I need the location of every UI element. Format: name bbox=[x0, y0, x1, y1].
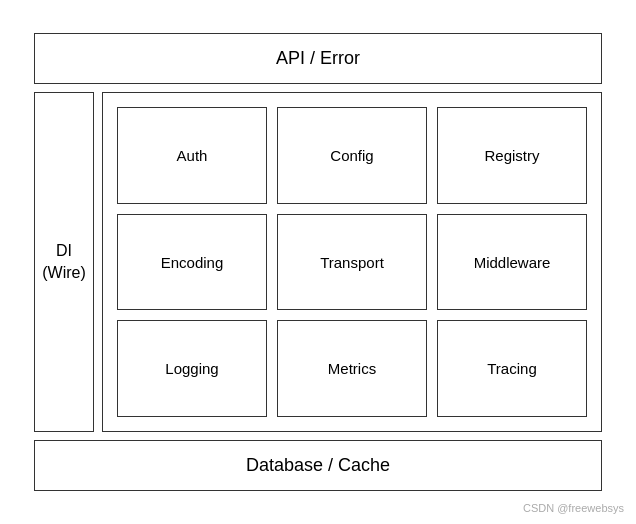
di-wire-box: DI(Wire) bbox=[34, 92, 94, 432]
watermark: CSDN @freewebsys bbox=[523, 502, 624, 514]
database-cache-label: Database / Cache bbox=[246, 455, 390, 475]
database-cache-box: Database / Cache bbox=[34, 440, 602, 491]
middle-row: DI(Wire) Auth Config Registry Encoding bbox=[34, 92, 602, 432]
cell-logging: Logging bbox=[117, 320, 267, 417]
grid-row-2: Encoding Transport Middleware bbox=[117, 214, 587, 311]
grid-row-3: Logging Metrics Tracing bbox=[117, 320, 587, 417]
cell-auth: Auth bbox=[117, 107, 267, 204]
cell-config: Config bbox=[277, 107, 427, 204]
api-error-label: API / Error bbox=[276, 48, 360, 68]
cell-encoding: Encoding bbox=[117, 214, 267, 311]
inner-grid-container: Auth Config Registry Encoding Transport … bbox=[102, 92, 602, 432]
api-error-box: API / Error bbox=[34, 33, 602, 84]
di-wire-label: DI(Wire) bbox=[42, 240, 86, 285]
cell-middleware: Middleware bbox=[437, 214, 587, 311]
cell-metrics: Metrics bbox=[277, 320, 427, 417]
cell-registry: Registry bbox=[437, 107, 587, 204]
cell-transport: Transport bbox=[277, 214, 427, 311]
cell-tracing: Tracing bbox=[437, 320, 587, 417]
grid-row-1: Auth Config Registry bbox=[117, 107, 587, 204]
diagram-container: API / Error DI(Wire) Auth Config Registr… bbox=[18, 17, 618, 507]
